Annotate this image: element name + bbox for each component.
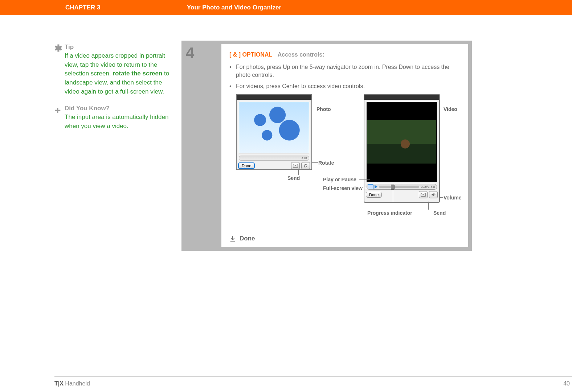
mail-icon[interactable] [419, 191, 428, 198]
footer-rule [54, 376, 572, 377]
step-panel: 4 [ & ] OPTIONAL Access controls: • For … [181, 41, 472, 251]
step-number: 4 [186, 44, 222, 62]
down-arrow-icon [229, 235, 236, 242]
tip-text: If a video appears cropped in portrait v… [65, 51, 171, 96]
callout-progress: Progress indicator [367, 210, 412, 216]
optional-line: [ & ] OPTIONAL Access controls: [229, 51, 460, 58]
footer-product-rest: Handheld [64, 380, 90, 387]
photo-preview-image [239, 102, 309, 153]
photo-label: Photo [316, 106, 331, 112]
footer-page-number: 40 [563, 380, 570, 387]
photo-device-mock: 47K Done [236, 94, 312, 170]
play-icon[interactable] [375, 185, 377, 189]
step-body: [ & ] OPTIONAL Access controls: • For ph… [221, 44, 468, 247]
bullet-dot-icon: • [229, 82, 236, 90]
video-done-button[interactable]: Done [366, 192, 382, 198]
footer-product-bold: T|X [54, 380, 64, 387]
video-letterbox [367, 102, 437, 182]
callout-volume: Volume [444, 195, 462, 201]
bullet-item: • For videos, press Center to access vid… [229, 82, 460, 90]
video-device-mock: 0:29/1.5M Done [364, 94, 440, 203]
tip-heading: Tip [65, 44, 171, 51]
video-progress-bar[interactable]: 0:29/1.5M [367, 184, 437, 190]
footer-product: T|X Handheld [54, 380, 90, 387]
sidebar: ✱ Tip If a video appears cropped in port… [54, 44, 171, 139]
tip-link-rotate-screen[interactable]: rotate the screen [113, 70, 162, 77]
video-slider[interactable] [379, 186, 419, 188]
callout-full-screen: Full-screen view [323, 185, 363, 191]
rotate-icon[interactable] [301, 162, 310, 169]
bullet-text: For photos, press Up on the 5-way naviga… [236, 63, 460, 79]
video-time-label: 0:29/1.5M [421, 185, 435, 189]
did-you-know-block: + Did You Know? The input area is automa… [54, 105, 171, 131]
done-label: Done [240, 235, 255, 242]
callout-play-pause: Play or Pause [323, 177, 356, 182]
chapter-label: CHAPTER 3 [65, 4, 100, 11]
callout-video-send: Send [433, 210, 446, 216]
photo-titlebar [237, 95, 311, 100]
leader-line [364, 188, 367, 188]
dyk-heading: Did You Know? [65, 105, 171, 112]
leader-line [312, 162, 318, 163]
volume-icon[interactable] [429, 191, 438, 198]
fullscreen-icon[interactable] [368, 184, 373, 189]
media-illustration-area: 47K Done Photo Rotate Send [229, 94, 460, 217]
chapter-title: Your Photo and Video Organizer [187, 4, 281, 11]
leader-line [428, 202, 429, 210]
leader-line [393, 189, 393, 210]
optional-bracket: [ & ] [229, 51, 241, 58]
video-slider-thumb[interactable] [391, 185, 395, 190]
optional-word: OPTIONAL [242, 51, 273, 58]
leader-line [359, 179, 370, 180]
callout-photo-send: Send [287, 175, 300, 181]
video-frame-image [367, 120, 436, 164]
leader-line [440, 197, 443, 198]
optional-desc: Access controls: [278, 51, 324, 58]
photo-toolbar: Done [237, 161, 311, 171]
plus-icon: + [54, 105, 65, 131]
video-titlebar [364, 95, 439, 100]
chapter-header: CHAPTER 3 Your Photo and Video Organizer [0, 0, 572, 15]
bullet-dot-icon: • [229, 63, 236, 79]
photo-done-button[interactable]: Done [238, 162, 255, 169]
tip-block: ✱ Tip If a video appears cropped in port… [54, 44, 171, 96]
bullet-text: For videos, press Center to access video… [236, 82, 460, 90]
mail-icon[interactable] [291, 162, 300, 169]
video-label: Video [444, 106, 457, 112]
done-row: Done [229, 235, 255, 242]
video-toolbar: Done [364, 190, 439, 200]
photo-size-bar: 47K [239, 156, 309, 161]
dyk-text: The input area is automatically hidden w… [65, 113, 171, 131]
bullet-item: • For photos, press Up on the 5-way navi… [229, 63, 460, 79]
callout-rotate: Rotate [318, 160, 334, 166]
asterisk-icon: ✱ [54, 44, 65, 96]
leader-line [298, 169, 299, 175]
